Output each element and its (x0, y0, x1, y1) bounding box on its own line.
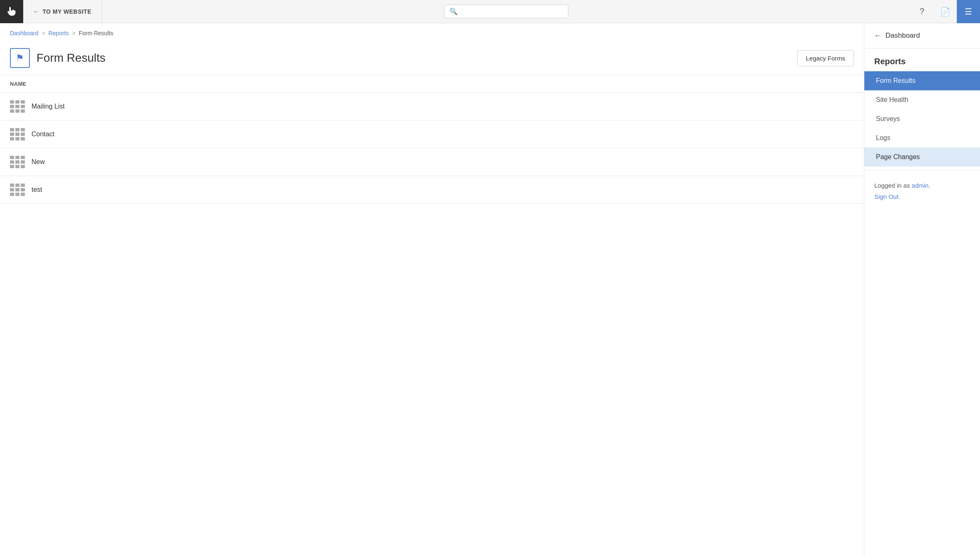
page-header: ⚑ Form Results Legacy Forms (0, 43, 864, 75)
sidebar-item-surveys[interactable]: Surveys (864, 109, 980, 128)
page-title-group: ⚑ Form Results (10, 48, 105, 68)
logged-in-text: Logged in as admin. (874, 182, 970, 189)
row-icon (10, 184, 25, 196)
breadcrumb-sep-2: > (72, 30, 75, 36)
row-icon (10, 128, 25, 140)
table-container: Name Mailing List (0, 75, 864, 204)
hand-icon (5, 5, 18, 18)
row-name: New (32, 158, 45, 166)
main-content: Dashboard > Reports > Form Results ⚑ For… (0, 23, 864, 556)
sidebar-item-page-changes[interactable]: Page Changes (864, 147, 980, 167)
topbar-actions: ? 📄 ☰ (910, 0, 980, 23)
sidebar-item-logs[interactable]: Logs (864, 128, 980, 147)
sign-out-link[interactable]: Sign Out. (874, 193, 900, 200)
back-arrow-icon: ← (33, 8, 39, 15)
table-row[interactable]: Mailing List (0, 93, 864, 121)
column-name-header: Name (10, 81, 26, 87)
search-box[interactable]: 🔍 (444, 5, 568, 18)
row-name: Contact (32, 131, 54, 138)
sidebar-footer: Logged in as admin. Sign Out. (864, 174, 980, 208)
settings-button[interactable]: ☰ (957, 0, 980, 23)
page-icon: ⚑ (10, 48, 30, 68)
row-icon (10, 156, 25, 168)
breadcrumb-dashboard[interactable]: Dashboard (10, 30, 39, 36)
table-row[interactable]: test (0, 176, 864, 204)
period: . (929, 182, 930, 189)
sidebar-item-form-results[interactable]: Form Results (864, 71, 980, 90)
help-icon: ? (919, 7, 924, 16)
breadcrumb-reports[interactable]: Reports (49, 30, 69, 36)
layout: Dashboard > Reports > Form Results ⚑ For… (0, 23, 980, 556)
sidebar-item-label: Logs (876, 134, 890, 142)
sidebar-item-label: Surveys (876, 115, 900, 123)
back-arrow-icon: ← (874, 31, 881, 40)
sidebar-item-label: Form Results (876, 77, 915, 85)
breadcrumb: Dashboard > Reports > Form Results (0, 23, 864, 43)
breadcrumb-sep-1: > (42, 30, 45, 36)
sign-out-container: Sign Out. (874, 193, 970, 200)
row-name: test (32, 186, 42, 193)
search-icon: 🔍 (449, 7, 458, 15)
row-icon (10, 100, 25, 113)
table-row[interactable]: Contact (0, 121, 864, 148)
table-header: Name (0, 75, 864, 93)
admin-user-link[interactable]: admin (912, 182, 929, 189)
logged-in-label: Logged in as (874, 182, 912, 189)
sidebar-divider (864, 170, 980, 170)
sidebar-back-label: Dashboard (885, 31, 920, 40)
bookmark-icon: ⚑ (16, 53, 24, 63)
sidebar: ← Dashboard Reports Form Results Site He… (864, 23, 980, 556)
sidebar-item-label: Page Changes (876, 153, 920, 161)
sidebar-section-title: Reports (864, 48, 980, 71)
legacy-forms-button[interactable]: Legacy Forms (797, 50, 854, 66)
topbar: ← TO MY WEBSITE 🔍 ? 📄 ☰ (0, 0, 980, 23)
row-name: Mailing List (32, 103, 65, 110)
settings-icon: ☰ (965, 7, 972, 17)
sidebar-item-site-health[interactable]: Site Health (864, 90, 980, 109)
pages-button[interactable]: 📄 (934, 0, 957, 23)
breadcrumb-current: Form Results (79, 30, 113, 36)
pages-icon: 📄 (940, 7, 951, 17)
sidebar-item-label: Site Health (876, 96, 908, 104)
back-to-website-button[interactable]: ← TO MY WEBSITE (23, 0, 102, 23)
table-row[interactable]: New (0, 148, 864, 176)
help-button[interactable]: ? (910, 0, 934, 23)
search-area: 🔍 (102, 0, 911, 23)
page-title: Form Results (36, 51, 105, 65)
sidebar-back-button[interactable]: ← Dashboard (864, 23, 980, 48)
logo (0, 0, 23, 23)
back-label: TO MY WEBSITE (43, 8, 92, 15)
